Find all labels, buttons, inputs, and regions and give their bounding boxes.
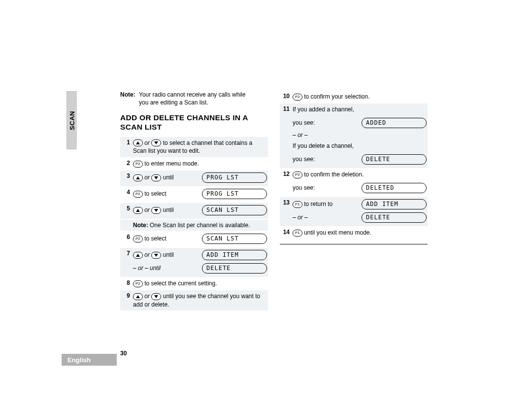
step-2: 2 P2 to enter menu mode. (120, 158, 268, 170)
inline-note: Note: One Scan list per channel is avail… (120, 220, 268, 231)
or-text: or (144, 206, 150, 213)
step-8: 8 P2 to select the current setting. (120, 277, 268, 290)
note-label: Note: (120, 91, 135, 98)
until-text: until (163, 251, 174, 258)
step-14: 14 P1 until you exit menu mode. (280, 227, 428, 239)
lcd-display: PROG LST (202, 172, 267, 183)
up-arrow-icon (133, 174, 143, 181)
step-text: to select a channel that contains a Scan… (133, 139, 252, 155)
note-text: One Scan list per channel is available. (150, 222, 250, 229)
p1-key-icon: P1 (293, 201, 302, 208)
you-see-text: you see: (293, 184, 315, 192)
step-number: 5 (121, 205, 133, 212)
up-arrow-icon (133, 207, 143, 214)
step-text: to select the current setting. (144, 280, 217, 287)
up-arrow-icon (133, 139, 143, 146)
step-body: or until ADD ITEM – or – until DELETE (133, 250, 267, 275)
step-9: 9 or until you see the channel you want … (120, 290, 268, 311)
step-number: 11 (281, 105, 293, 112)
step-5: 5 or until SCAN LST (120, 203, 268, 219)
up-arrow-icon (133, 293, 143, 300)
step-body: P2 to select PROG LST (133, 189, 267, 199)
step-number: 13 (281, 199, 293, 206)
step-4: 4 P2 to select PROG LST (120, 187, 268, 203)
step-number: 2 (121, 160, 133, 167)
p1-key-icon: P1 (293, 230, 302, 237)
step-6: 6 P2 to select SCAN LST (120, 232, 268, 247)
p2-key-icon: P2 (293, 94, 302, 101)
step-10: 10 P2 to confirm your selection. (280, 91, 428, 103)
up-arrow-icon (133, 252, 143, 259)
lcd-display: ADD ITEM (362, 199, 427, 209)
step-3: 3 or until PROG LST (120, 171, 268, 186)
p2-key-icon: P2 (133, 280, 143, 287)
page-heading: ADD OR DELETE CHANNELS IN A SCAN LIST (120, 113, 268, 132)
step-7: 7 or until ADD ITEM – or – until DELE (120, 248, 268, 277)
column-right: 10 P2 to confirm your selection. 11 If y… (280, 91, 428, 311)
manual-page: SCAN Note: Your radio cannot receive any… (0, 0, 532, 411)
lcd-display: SCAN LST (202, 205, 267, 215)
step-1: 1 or to select a channel that contains a… (120, 137, 268, 158)
until-text: until (163, 174, 174, 181)
note-text: Your radio cannot receive any calls whil… (139, 91, 255, 106)
p2-key-icon: P2 (133, 236, 143, 242)
down-arrow-icon (151, 252, 161, 259)
step-body: P2 to confirm the deletion. you see: DEL… (293, 171, 427, 195)
added-intro: If you added a channel, (293, 105, 427, 114)
step-body: or until PROG LST (133, 172, 267, 183)
step-text: to return to (304, 201, 332, 207)
lcd-display: ADD ITEM (202, 250, 267, 260)
or-text: or (144, 174, 150, 181)
step-text: to select (144, 190, 166, 197)
deleted-intro: If you delete a channel, (293, 142, 427, 150)
step-13: 13 P1 to return to ADD ITEM – or – DELET… (280, 197, 428, 226)
down-arrow-icon (151, 293, 161, 300)
step-number: 6 (121, 234, 133, 240)
p2-key-icon: P2 (133, 191, 143, 198)
lcd-display: DELETE (362, 154, 427, 165)
step-body: P2 to select the current setting. (133, 279, 267, 288)
p2-key-icon: P2 (133, 161, 143, 168)
step-text: to confirm your selection. (304, 93, 369, 100)
language-label: English (67, 356, 91, 364)
or-text: or (144, 251, 150, 258)
lcd-display: PROG LST (202, 189, 267, 199)
column-left: Note: Your radio cannot receive any call… (120, 91, 268, 311)
section-tab-label: SCAN (68, 111, 76, 130)
section-tab: SCAN (66, 91, 77, 149)
you-see-text: you see: (293, 119, 315, 127)
p2-key-icon: P2 (293, 171, 302, 178)
step-number: 14 (281, 229, 293, 236)
lcd-display: DELETE (202, 263, 267, 274)
or-text: or (144, 139, 150, 146)
step-number: 3 (121, 172, 133, 179)
step-body: P2 to enter menu mode. (133, 160, 267, 168)
step-body: P2 to select SCAN LST (133, 234, 267, 244)
step-number: 10 (281, 93, 293, 100)
or-text: or (144, 293, 150, 300)
step-number: 12 (281, 171, 293, 177)
step-text: to confirm the deletion. (304, 171, 364, 178)
step-11: 11 If you added a channel, you see: ADDE… (280, 103, 428, 168)
step-text: to select (144, 235, 166, 242)
down-arrow-icon (151, 207, 161, 214)
lcd-display: ADDED (362, 118, 427, 128)
step-number: 4 (121, 189, 133, 196)
step-12: 12 P2 to confirm the deletion. you see: … (280, 169, 428, 197)
lcd-display: DELETED (362, 183, 427, 193)
step-body: or until SCAN LST (133, 205, 267, 215)
step-body: or to select a channel that contains a S… (133, 139, 267, 156)
step-body: or until you see the channel you want to… (133, 292, 267, 309)
page-number: 30 (120, 350, 127, 357)
step-body: P1 until you exit menu mode. (293, 229, 427, 237)
or-divider: – or – (293, 213, 308, 222)
language-tab: English (62, 354, 117, 366)
step-body: If you added a channel, you see: ADDED –… (293, 105, 427, 166)
content-columns: Note: Your radio cannot receive any call… (120, 91, 435, 311)
lcd-display: SCAN LST (202, 234, 267, 244)
note-label: Note: (133, 222, 148, 229)
step-number: 9 (121, 292, 133, 299)
or-divider: – or – (293, 131, 427, 139)
you-see-text: you see: (293, 155, 315, 164)
step-body: P2 to confirm your selection. (293, 93, 427, 101)
